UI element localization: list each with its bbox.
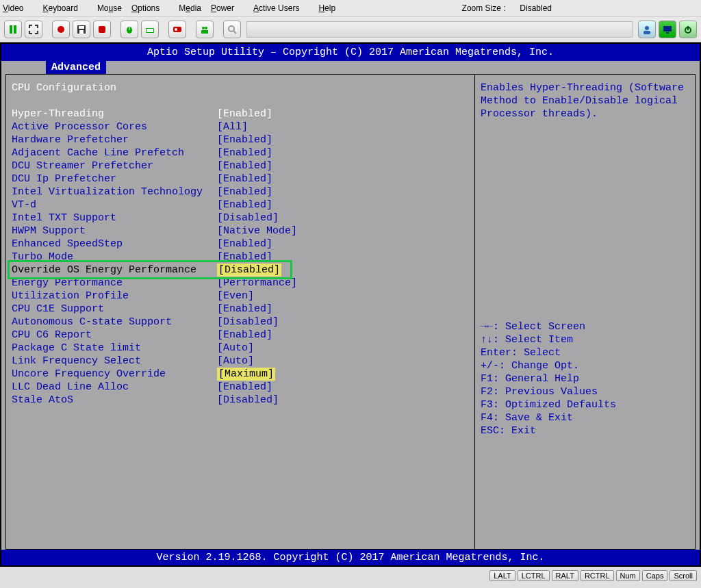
keyboard-button[interactable] [141,21,159,38]
menu-mouse[interactable]: Mouse [97,3,122,13]
svg-point-12 [175,28,177,31]
status-indicator: LCTRL [518,570,550,581]
bios-option-row[interactable]: Intel TXT Support[Disabled] [12,212,469,225]
option-value: [Enabled] [217,186,272,199]
bios-option-row[interactable]: Autonomous C-state Support[Disabled] [12,316,469,329]
menu-bar: Video Keyboard Mouse Options Media Power… [0,0,701,17]
option-label: Link Frequency Select [12,355,217,368]
nav-line: F1: General Help [481,372,689,385]
bios-option-row[interactable]: Energy Performance[Performance] [12,277,469,290]
stop-button[interactable] [93,21,111,38]
nav-line: Enter: Select [481,346,689,359]
bios-option-row[interactable]: Active Processor Cores[All] [12,120,469,133]
svg-rect-20 [663,26,672,31]
nav-help: →←: Select Screen↑↓: Select ItemEnter: S… [481,320,689,437]
mouse-mode-button[interactable] [120,21,138,38]
option-label: VT-d [12,199,217,212]
option-label: DCU Ip Prefetcher [12,172,217,186]
help-text: Enables Hyper-Threading (Software Method… [481,81,689,120]
bios-option-row[interactable]: Package C State limit[Auto] [12,342,469,355]
option-label: LLC Dead Line Alloc [12,381,217,394]
svg-point-16 [229,26,234,31]
status-indicator: Num [616,570,640,581]
menu-power[interactable]: Power [211,3,244,13]
svg-point-13 [202,27,205,29]
menu-video[interactable]: Video [3,3,33,13]
fullscreen-button[interactable] [25,21,42,38]
option-value: [Enabled] [217,133,272,146]
option-value: [Auto] [217,355,254,368]
status-bar: LALTLCTRLRALTRCTRLNumCapsScroll [0,567,701,585]
status-indicator: RCTRL [581,570,614,581]
bios-option-row[interactable]: Utilization Profile[Even] [12,290,469,303]
menu-media[interactable]: Media [179,3,201,13]
bios-option-row[interactable]: Turbo Mode[Enabled] [12,251,469,264]
save-button[interactable] [73,21,90,38]
bios-option-row[interactable]: Adjacent Cache Line Prefetch[Enabled] [12,146,469,159]
status-indicator: RALT [552,570,578,581]
option-label: Adjacent Cache Line Prefetch [12,146,217,159]
status-indicator: LALT [489,570,515,581]
bios-option-row[interactable]: Hardware Prefetcher[Enabled] [12,133,469,146]
nav-line: ESC: Exit [481,424,689,437]
bios-option-row[interactable]: DCU Ip Prefetcher[Enabled] [12,172,469,186]
svg-rect-10 [146,29,153,32]
bios-right-pane: Enables Hyper-Threading (Software Method… [474,74,696,550]
status-indicator: Caps [642,570,668,581]
option-value: [Enabled] [217,303,272,316]
option-label: Package C State limit [12,342,217,355]
bios-option-row[interactable]: DCU Streamer Prefetcher[Enabled] [12,159,469,172]
pause-button[interactable] [4,21,22,38]
menu-help[interactable]: Help [318,3,345,13]
svg-point-18 [645,26,649,30]
option-label: Autonomous C-state Support [12,316,217,329]
bios-option-row[interactable]: HWPM Support[Native Mode] [12,225,469,238]
bios-option-row[interactable]: CPU C6 Report[Enabled] [12,329,469,342]
nav-line: →←: Select Screen [481,320,689,333]
option-value: [Enabled] [217,251,272,264]
power-button[interactable] [679,21,697,38]
bios-option-row[interactable]: Intel Virtualization Technology[Enabled] [12,186,469,199]
monitor-button[interactable] [659,21,676,38]
option-label: CPU C6 Report [12,329,217,342]
bios-option-row[interactable]: Enhanced SpeedStep[Enabled] [12,238,469,251]
nav-line: F4: Save & Exit [481,411,689,424]
menu-active-users[interactable]: Active Users [253,3,309,13]
bios-option-row[interactable]: LLC Dead Line Alloc[Enabled] [12,381,469,394]
media-button[interactable] [168,21,186,38]
user-icon-button[interactable] [638,21,656,38]
option-label: Utilization Profile [12,290,217,303]
bios-footer: Version 2.19.1268. Copyright (C) 2017 Am… [1,550,700,565]
zoom-button[interactable] [223,21,241,38]
option-value: [Enabled] [217,329,272,342]
bios-option-row[interactable]: CPU C1E Support[Enabled] [12,303,469,316]
option-value: [Native Mode] [217,225,297,238]
nav-line: F2: Previous Values [481,385,689,398]
option-value: [Disabled] [217,316,279,329]
bios-option-row[interactable]: Uncore Frequency Override[Maximum] [12,368,469,381]
option-value: [Enabled] [217,172,272,186]
bios-option-row[interactable]: Link Frequency Select[Auto] [12,355,469,368]
svg-rect-4 [79,26,84,29]
option-label: CPU C1E Support [12,303,217,316]
bios-option-row[interactable]: VT-d[Enabled] [12,199,469,212]
option-label: DCU Streamer Prefetcher [12,159,217,172]
tab-advanced[interactable]: Advanced [46,61,106,74]
option-label: Energy Performance [12,277,217,290]
users-button[interactable] [196,21,214,38]
bios-option-row[interactable]: Stale AtoS[Disabled] [12,394,469,407]
option-value: [Even] [217,290,254,303]
option-label: Enhanced SpeedStep [12,238,217,251]
bios-option-row[interactable]: Override OS Energy Performance[Disabled] [12,264,469,277]
record-button[interactable] [52,21,70,38]
bios-option-row[interactable]: Hyper-Threading[Enabled] [12,107,469,120]
option-value: [Disabled] [217,394,279,407]
nav-line: +/-: Change Opt. [481,359,689,372]
option-value: [Performance] [217,277,297,290]
option-label: Intel TXT Support [12,212,217,225]
option-label: Hyper-Threading [12,107,217,120]
option-value: [Enabled] [217,238,272,251]
menu-keyboard[interactable]: Keyboard [42,3,87,13]
toolbar-spacer [246,21,633,38]
menu-options[interactable]: Options [131,3,169,13]
